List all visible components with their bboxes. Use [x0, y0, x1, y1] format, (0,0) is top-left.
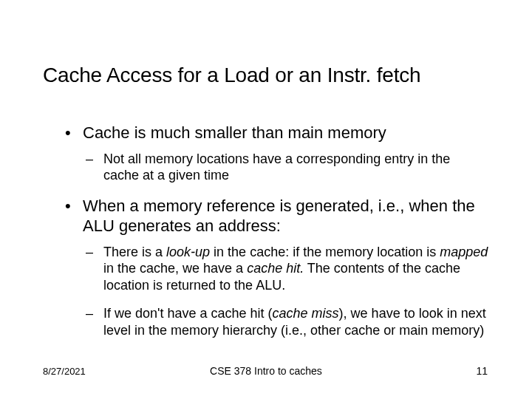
- cache-miss-term: cache miss: [273, 306, 339, 321]
- lookup-term: look-up: [166, 245, 210, 259]
- footer-center: CSE 378 Intro to caches: [210, 365, 322, 377]
- cache-hit-term: cache hit.: [247, 261, 304, 276]
- bullet-2-1-pre: There is a: [103, 245, 166, 259]
- footer-page: 11: [476, 365, 488, 377]
- slide: Cache Access for a Load or an Instr. fet…: [0, 0, 532, 399]
- bullet-1-text: Cache is much smaller than main memory: [83, 123, 386, 142]
- bullet-2-1-mid2: in the cache, we have a: [103, 261, 247, 276]
- bullet-2: When a memory reference is generated, i.…: [65, 196, 489, 236]
- footer-date: 8/27/2021: [43, 366, 86, 377]
- slide-title: Cache Access for a Load or an Instr. fet…: [0, 0, 532, 87]
- bullet-1: Cache is much smaller than main memory: [65, 123, 489, 143]
- bullet-2-1-mid1: in the cache: if the memory location is: [210, 245, 440, 259]
- bullet-1-1: Not all memory locations have a correspo…: [86, 151, 489, 184]
- slide-body: Cache is much smaller than main memory N…: [0, 87, 532, 338]
- bullet-2-text: When a memory reference is generated, i.…: [83, 197, 475, 236]
- bullet-1-1-text: Not all memory locations have a correspo…: [103, 151, 450, 183]
- bullet-2-2-pre: If we don't have a cache hit (: [103, 306, 273, 321]
- bullet-2-1: There is a look-up in the cache: if the …: [86, 244, 489, 294]
- footer: 8/27/2021 CSE 378 Intro to caches 11: [0, 365, 532, 377]
- mapped-term: mapped: [440, 245, 488, 259]
- bullet-2-2: If we don't have a cache hit (cache miss…: [86, 305, 489, 338]
